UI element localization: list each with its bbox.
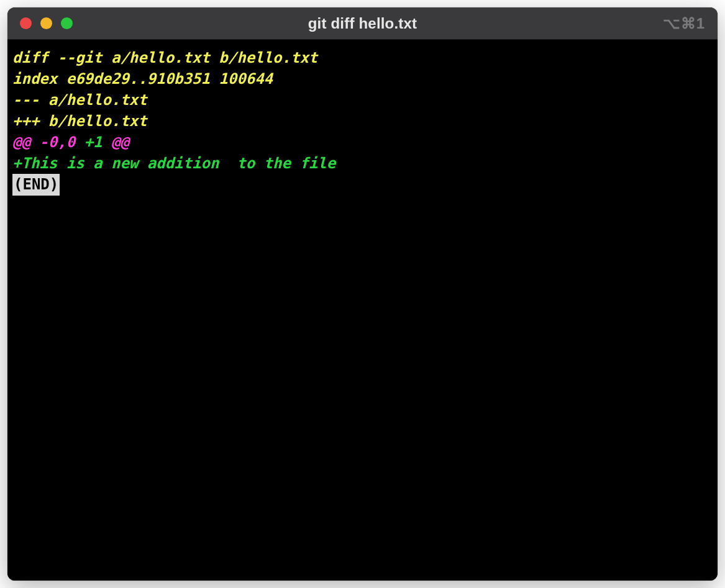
window-title: git diff hello.txt: [308, 15, 417, 32]
minimize-button[interactable]: [40, 17, 52, 29]
diff-header-line: diff --git a/hello.txt b/hello.txt: [12, 47, 713, 68]
diff-index-line: index e69de29..910b351 100644: [12, 68, 713, 89]
diff-old-file-line: --- a/hello.txt: [12, 89, 713, 111]
window-shortcut-indicator: ⌥⌘1: [663, 15, 705, 32]
diff-hunk-add-range: +1: [84, 133, 111, 151]
terminal-content[interactable]: diff --git a/hello.txt b/hello.txt index…: [7, 40, 718, 581]
diff-hunk-marker: @@ -0,0: [12, 133, 84, 151]
traffic-lights: [20, 17, 73, 29]
diff-hunk-marker-end: @@: [111, 133, 129, 151]
close-button[interactable]: [20, 17, 32, 29]
diff-addition-line: +This is a new addition to the file: [12, 153, 713, 174]
terminal-window: git diff hello.txt ⌥⌘1 diff --git a/hell…: [7, 7, 718, 581]
pager-end-indicator: (END): [12, 174, 60, 195]
pager-end-line: (END): [12, 174, 713, 195]
title-bar: git diff hello.txt ⌥⌘1: [7, 7, 718, 40]
diff-new-file-line: +++ b/hello.txt: [12, 111, 713, 132]
maximize-button[interactable]: [61, 17, 73, 29]
diff-hunk-header: @@ -0,0 +1 @@: [12, 132, 713, 153]
